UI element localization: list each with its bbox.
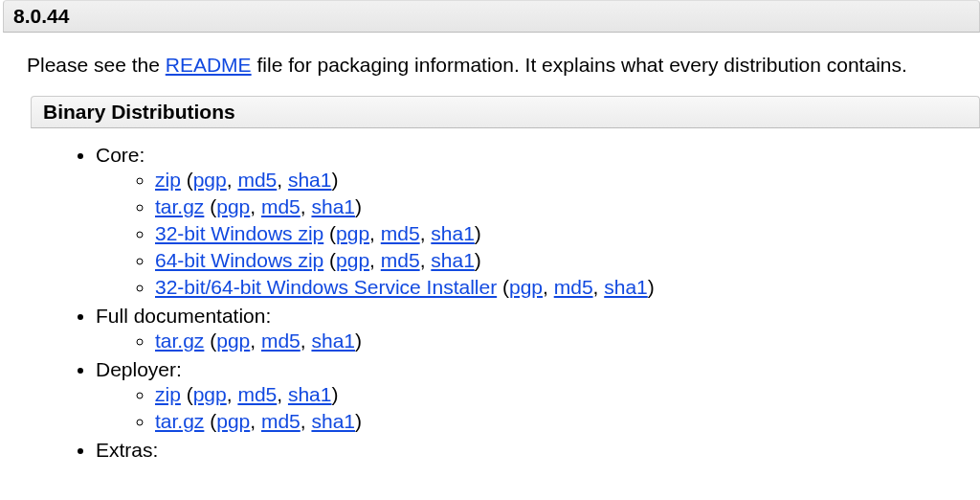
intro-suffix: file for packaging information. It expla…: [252, 54, 907, 76]
intro-prefix: Please see the: [27, 54, 166, 76]
separator: ,: [369, 222, 381, 244]
separator: ,: [543, 276, 554, 298]
sha1-link[interactable]: sha1: [431, 249, 475, 271]
paren-open: (: [497, 276, 509, 298]
group-label: Full documentation:: [96, 305, 271, 327]
paren-open: (: [204, 330, 216, 352]
version-header: 8.0.44: [3, 0, 980, 33]
distribution-group: Core:zip (pgp, md5, sha1)tar.gz (pgp, md…: [96, 142, 980, 303]
list-item: tar.gz (pgp, md5, sha1): [155, 328, 980, 354]
md5-link[interactable]: md5: [237, 383, 277, 405]
pgp-link[interactable]: pgp: [336, 249, 369, 271]
separator: ,: [277, 169, 288, 191]
paren-close: ): [331, 169, 338, 191]
sha1-link[interactable]: sha1: [288, 169, 332, 191]
paren-close: ): [475, 222, 481, 244]
pgp-link[interactable]: pgp: [216, 410, 250, 432]
download-link[interactable]: zip: [155, 383, 181, 405]
paren-open: (: [204, 195, 216, 217]
sha1-link[interactable]: sha1: [311, 410, 355, 432]
separator: ,: [250, 330, 261, 352]
separator: ,: [301, 330, 312, 352]
separator: ,: [301, 195, 312, 217]
separator: ,: [227, 169, 238, 191]
group-items: zip (pgp, md5, sha1)tar.gz (pgp, md5, sh…: [96, 381, 980, 435]
group-label: Deployer:: [96, 358, 182, 380]
group-label: Core:: [96, 144, 145, 166]
pgp-link[interactable]: pgp: [216, 330, 250, 352]
md5-link[interactable]: md5: [261, 330, 301, 352]
separator: ,: [277, 383, 288, 405]
sha1-link[interactable]: sha1: [311, 330, 355, 352]
download-link[interactable]: 64-bit Windows zip: [155, 249, 323, 271]
list-item: zip (pgp, md5, sha1): [155, 381, 980, 408]
paren-open: (: [204, 410, 216, 432]
pgp-link[interactable]: pgp: [336, 222, 369, 244]
list-item: 32-bit/64-bit Windows Service Installer …: [155, 274, 980, 301]
distribution-list: Core:zip (pgp, md5, sha1)tar.gz (pgp, md…: [0, 142, 980, 464]
separator: ,: [301, 410, 312, 432]
distribution-group: Extras:: [96, 437, 980, 464]
download-link[interactable]: 32-bit/64-bit Windows Service Installer: [155, 276, 497, 298]
sha1-link[interactable]: sha1: [431, 222, 475, 244]
paren-open: (: [323, 222, 336, 244]
separator: ,: [593, 276, 605, 298]
separator: ,: [420, 222, 432, 244]
download-link[interactable]: 32-bit Windows zip: [155, 222, 323, 244]
paren-close: ): [355, 410, 362, 432]
md5-link[interactable]: md5: [237, 169, 277, 191]
separator: ,: [250, 195, 261, 217]
pgp-link[interactable]: pgp: [509, 276, 543, 298]
paren-close: ): [355, 195, 362, 217]
md5-link[interactable]: md5: [261, 410, 301, 432]
paren-close: ): [355, 330, 362, 352]
download-link[interactable]: tar.gz: [155, 410, 204, 432]
paren-open: (: [181, 169, 193, 191]
distribution-group: Deployer:zip (pgp, md5, sha1)tar.gz (pgp…: [96, 356, 980, 437]
list-item: 32-bit Windows zip (pgp, md5, sha1): [155, 220, 980, 247]
readme-link[interactable]: README: [166, 54, 252, 76]
md5-link[interactable]: md5: [381, 222, 420, 244]
group-items: tar.gz (pgp, md5, sha1): [96, 328, 980, 354]
separator: ,: [420, 249, 432, 271]
list-item: 64-bit Windows zip (pgp, md5, sha1): [155, 247, 980, 274]
download-link[interactable]: tar.gz: [155, 330, 204, 352]
separator: ,: [227, 383, 238, 405]
sha1-link[interactable]: sha1: [311, 195, 355, 217]
paren-close: ): [475, 249, 481, 271]
pgp-link[interactable]: pgp: [193, 383, 227, 405]
paren-open: (: [323, 249, 336, 271]
sha1-link[interactable]: sha1: [288, 383, 332, 405]
list-item: zip (pgp, md5, sha1): [155, 167, 980, 193]
md5-link[interactable]: md5: [261, 195, 301, 217]
paren-close: ): [648, 276, 655, 298]
paren-open: (: [181, 383, 193, 405]
list-item: tar.gz (pgp, md5, sha1): [155, 193, 980, 220]
list-item: tar.gz (pgp, md5, sha1): [155, 408, 980, 435]
md5-link[interactable]: md5: [381, 249, 420, 271]
download-link[interactable]: zip: [155, 169, 181, 191]
binary-distributions-header: Binary Distributions: [31, 96, 980, 128]
pgp-link[interactable]: pgp: [216, 195, 250, 217]
separator: ,: [250, 410, 261, 432]
separator: ,: [369, 249, 381, 271]
group-items: zip (pgp, md5, sha1)tar.gz (pgp, md5, sh…: [96, 167, 980, 301]
intro-text: Please see the README file for packaging…: [0, 52, 980, 96]
download-link[interactable]: tar.gz: [155, 195, 204, 217]
paren-close: ): [331, 383, 338, 405]
pgp-link[interactable]: pgp: [193, 169, 227, 191]
md5-link[interactable]: md5: [554, 276, 593, 298]
distribution-group: Full documentation:tar.gz (pgp, md5, sha…: [96, 303, 980, 356]
sha1-link[interactable]: sha1: [604, 276, 648, 298]
group-label: Extras:: [96, 439, 158, 461]
